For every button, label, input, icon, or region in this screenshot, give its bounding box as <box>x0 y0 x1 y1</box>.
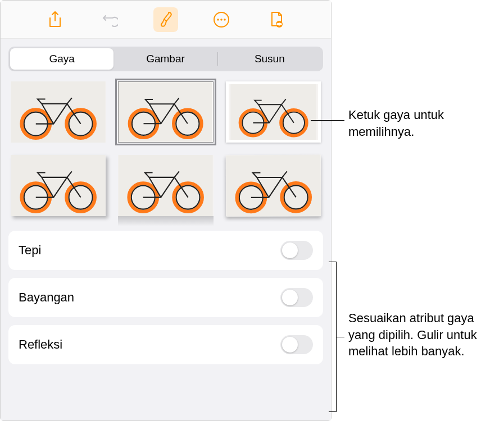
toggle-tepi[interactable] <box>280 241 313 260</box>
callout-top: Ketuk gaya untuk memilihnya. <box>348 107 494 140</box>
tab-label: Gaya <box>49 53 74 65</box>
undo-button[interactable] <box>98 7 122 32</box>
style-thumb-reflection[interactable] <box>118 155 213 216</box>
setting-tepi[interactable]: Tepi <box>8 231 323 270</box>
toggle-bayangan[interactable] <box>280 288 313 307</box>
svg-point-2 <box>220 19 223 21</box>
callout-line <box>337 337 344 337</box>
setting-label: Refleksi <box>19 337 62 352</box>
tab-gaya[interactable]: Gaya <box>10 48 113 70</box>
tab-label: Susun <box>255 53 285 65</box>
callout-line <box>311 120 344 121</box>
svg-point-3 <box>224 19 226 21</box>
segmented-control: Gaya Gambar Susun <box>8 47 323 71</box>
tab-susun[interactable]: Susun <box>218 48 321 70</box>
setting-refleksi[interactable]: Refleksi <box>8 325 323 364</box>
setting-label: Tepi <box>19 243 41 258</box>
svg-point-1 <box>217 19 219 21</box>
style-thumb-frame[interactable] <box>226 81 321 143</box>
callout-text: Ketuk gaya untuk memilihnya. <box>348 108 444 139</box>
style-thumb-shadow[interactable] <box>11 155 106 216</box>
document-view-button[interactable] <box>264 7 289 32</box>
share-button[interactable] <box>43 7 67 32</box>
style-thumb-paper[interactable] <box>225 155 321 217</box>
format-brush-button[interactable] <box>153 7 178 32</box>
tab-label: Gambar <box>146 53 185 65</box>
callout-text: Sesuaikan atribut gaya yang dipilih. Gul… <box>348 311 477 358</box>
style-grid <box>8 81 323 216</box>
setting-label: Bayangan <box>19 290 74 305</box>
panel-content: Gaya Gambar Susun Tepi Bayangan Refleksi <box>1 39 331 420</box>
format-panel: Gaya Gambar Susun Tepi Bayangan Refleksi <box>0 0 332 421</box>
callout-bottom: Sesuaikan atribut gaya yang dipilih. Gul… <box>348 310 494 360</box>
style-thumb-border[interactable] <box>118 81 213 143</box>
tab-gambar[interactable]: Gambar <box>113 48 217 70</box>
setting-bayangan[interactable]: Bayangan <box>8 278 323 317</box>
toolbar <box>1 1 331 39</box>
toggle-refleksi[interactable] <box>280 335 313 354</box>
style-thumb-plain[interactable] <box>11 81 106 143</box>
more-button[interactable] <box>209 7 234 32</box>
callout-bracket <box>329 262 337 412</box>
